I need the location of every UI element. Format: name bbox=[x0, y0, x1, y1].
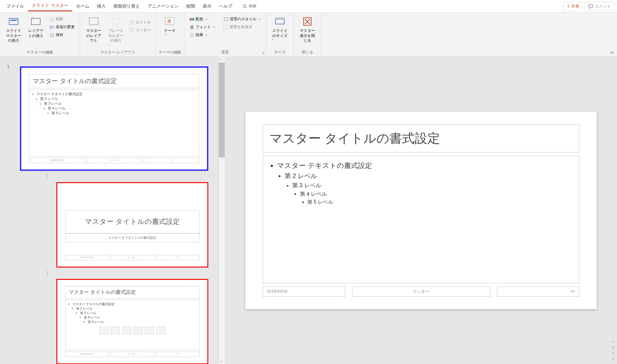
thumbnail-text: マスター テキストの書式設定 第 2 レベル 第 3 レベル 第 4 レベル 第… bbox=[65, 300, 199, 350]
date-placeholder[interactable]: 2019/10/16 bbox=[263, 287, 345, 297]
share-button[interactable]: ⇪ 共有 bbox=[563, 2, 583, 11]
checkbox-icon bbox=[129, 28, 134, 32]
svg-rect-8 bbox=[50, 26, 54, 28]
group-edit-theme: 亜 テーマ テーマの編集 bbox=[156, 13, 184, 57]
online-picture-icon bbox=[145, 327, 154, 334]
svg-rect-12 bbox=[112, 18, 120, 24]
fonts-button[interactable]: 亜 フォント bbox=[188, 24, 217, 30]
tab-home[interactable]: ホーム bbox=[72, 2, 93, 11]
colors-button[interactable]: 配色 bbox=[188, 16, 217, 22]
collapse-ribbon-icon[interactable] bbox=[609, 50, 614, 55]
theme-icon: 亜 bbox=[164, 16, 175, 27]
thumbnail-title: マスター タイトルの書式設定 bbox=[29, 74, 199, 88]
group-background: 配色 亜 フォント 効果 背景のスタイル bbox=[184, 13, 266, 57]
svg-line-7 bbox=[50, 18, 54, 21]
tab-file[interactable]: ファイル bbox=[3, 2, 28, 11]
svg-rect-2 bbox=[9, 18, 18, 25]
insert-placeholder-button: プレースホルダーの挿入 bbox=[105, 15, 127, 47]
rename-button[interactable]: 名前の変更 bbox=[48, 24, 76, 30]
slide-number-placeholder[interactable]: ‹#› bbox=[497, 287, 579, 297]
background-styles-button[interactable]: 背景のスタイル bbox=[222, 16, 262, 22]
group-label-close: 閉じる bbox=[296, 49, 318, 56]
level3-text: 第 3 レベル bbox=[292, 181, 573, 190]
tab-insert[interactable]: 挿入 bbox=[93, 2, 110, 11]
layout-thumbnail-2[interactable]: マスター タイトルの書式設定 マスター テキストの書式設定 第 2 レベル 第 … bbox=[56, 279, 208, 364]
master-layout-icon bbox=[88, 16, 99, 27]
svg-rect-3 bbox=[10, 20, 17, 21]
picture-icon bbox=[134, 327, 142, 334]
scroll-up-icon[interactable] bbox=[219, 57, 224, 62]
scroll-down-icon[interactable] bbox=[219, 359, 224, 364]
thumbnail-subtitle: マスター サブタイトルの書式設定 bbox=[65, 233, 199, 242]
delete-icon bbox=[49, 17, 54, 22]
ribbon: スライド マスターの挿入 + レイアウトの挿入 削除 名前の変更 保持 bbox=[0, 13, 617, 57]
comment-button[interactable]: 💬 コメント bbox=[585, 2, 614, 11]
workspace: 1 マスター タイトルの書式設定 マスター テキストの書式設定 第 2 レベル … bbox=[0, 57, 617, 364]
thumbnail-title: マスター タイトルの書式設定 bbox=[65, 210, 199, 233]
chevron-down-icon bbox=[213, 26, 215, 28]
prev-slide-icon[interactable] bbox=[611, 339, 616, 344]
group-label-edit-master: マスターの編集 bbox=[3, 49, 77, 56]
master-number: 1 bbox=[7, 64, 9, 69]
search-label: 検索 bbox=[249, 3, 256, 9]
slide-size-button[interactable]: スライドのサイズ bbox=[269, 15, 291, 42]
comment-icon: 💬 bbox=[588, 4, 593, 9]
prev-slide-double-icon[interactable] bbox=[611, 345, 616, 350]
tab-help[interactable]: ヘルプ bbox=[215, 2, 236, 11]
group-size: スライドのサイズ サイズ bbox=[266, 13, 294, 57]
tab-view[interactable]: 表示 bbox=[199, 2, 215, 11]
tab-transitions[interactable]: 画面切り替え bbox=[110, 2, 144, 11]
thumbnail-footer: フッター bbox=[86, 158, 142, 163]
svg-rect-20 bbox=[224, 18, 228, 21]
insert-slide-master-button[interactable]: スライド マスターの挿入 bbox=[3, 15, 25, 45]
layout-thumbnail-1[interactable]: マスター タイトルの書式設定 マスター サブタイトルの書式設定 2019/10/… bbox=[56, 182, 208, 268]
thumbnail-footer: フッター bbox=[110, 255, 154, 260]
tab-animations[interactable]: アニメーション bbox=[144, 2, 182, 11]
slide-canvas[interactable]: マスター タイトルの書式設定 マスター テキストの書式設定 第 2 レベル 第 … bbox=[245, 112, 597, 309]
dialog-launcher-icon[interactable] bbox=[261, 52, 265, 55]
layout-connector bbox=[47, 174, 47, 179]
svg-rect-21 bbox=[275, 19, 284, 24]
next-slide-icon[interactable] bbox=[611, 356, 616, 361]
fonts-icon: 亜 bbox=[189, 25, 194, 30]
slide-master-icon bbox=[8, 16, 19, 27]
slide-master-thumbnail[interactable]: マスター タイトルの書式設定 マスター テキストの書式設定 第 2 レベル 第 … bbox=[20, 66, 208, 171]
master-layout-button[interactable]: マスターのレイアウト bbox=[83, 15, 105, 45]
scroll-thumb[interactable] bbox=[219, 63, 225, 157]
close-master-view-button[interactable]: マスター表示を閉じる bbox=[296, 15, 318, 45]
svg-rect-10 bbox=[50, 34, 54, 37]
thumbnail-scrollbar[interactable] bbox=[218, 57, 225, 364]
chart-icon bbox=[111, 327, 120, 334]
level4-text: 第 4 レベル bbox=[300, 190, 573, 198]
level1-text: マスター テキストの書式設定 bbox=[277, 160, 573, 171]
thumbnail-panel[interactable]: 1 マスター タイトルの書式設定 マスター テキストの書式設定 第 2 レベル … bbox=[0, 57, 218, 364]
body-placeholder[interactable]: マスター テキストの書式設定 第 2 レベル 第 3 レベル 第 4 レベル 第… bbox=[263, 156, 579, 283]
layout-icon: + bbox=[30, 16, 41, 27]
tab-slide-master[interactable]: スライド マスター bbox=[28, 1, 72, 11]
colors-icon bbox=[189, 17, 194, 22]
tab-review[interactable]: 校閲 bbox=[182, 2, 199, 11]
svg-rect-17 bbox=[193, 18, 194, 21]
chevron-down-icon bbox=[258, 18, 261, 21]
group-label-edit-theme: テーマの編集 bbox=[159, 49, 181, 56]
next-slide-double-icon[interactable] bbox=[611, 351, 616, 356]
layout-connector bbox=[47, 271, 47, 276]
placeholder-icon bbox=[110, 16, 122, 27]
svg-text:+: + bbox=[32, 16, 35, 21]
svg-point-19 bbox=[190, 34, 193, 37]
slide-nav-controls bbox=[611, 339, 616, 361]
footer-checkbox: フッター bbox=[128, 27, 152, 34]
svg-point-0 bbox=[243, 4, 246, 7]
search-box[interactable]: 検索 bbox=[242, 3, 256, 9]
footer-placeholder[interactable]: フッター bbox=[352, 287, 490, 297]
preserve-button[interactable]: 保持 bbox=[48, 32, 76, 38]
editor-area[interactable]: マスター タイトルの書式設定 マスター テキストの書式設定 第 2 レベル 第 … bbox=[225, 57, 617, 364]
theme-button[interactable]: 亜 テーマ bbox=[159, 15, 181, 37]
thumbnail-num: # bbox=[144, 158, 199, 163]
menu-bar: ファイル スライド マスター ホーム 挿入 画面切り替え アニメーション 校閲 … bbox=[0, 0, 617, 13]
group-master-layout: マスターのレイアウト プレースホルダーの挿入 タイトル フッター マスター レイ… bbox=[80, 13, 156, 57]
insert-layout-button[interactable]: + レイアウトの挿入 bbox=[25, 15, 47, 40]
close-icon bbox=[302, 16, 313, 27]
title-placeholder[interactable]: マスター タイトルの書式設定 bbox=[263, 124, 579, 152]
effects-button[interactable]: 効果 bbox=[188, 32, 217, 38]
